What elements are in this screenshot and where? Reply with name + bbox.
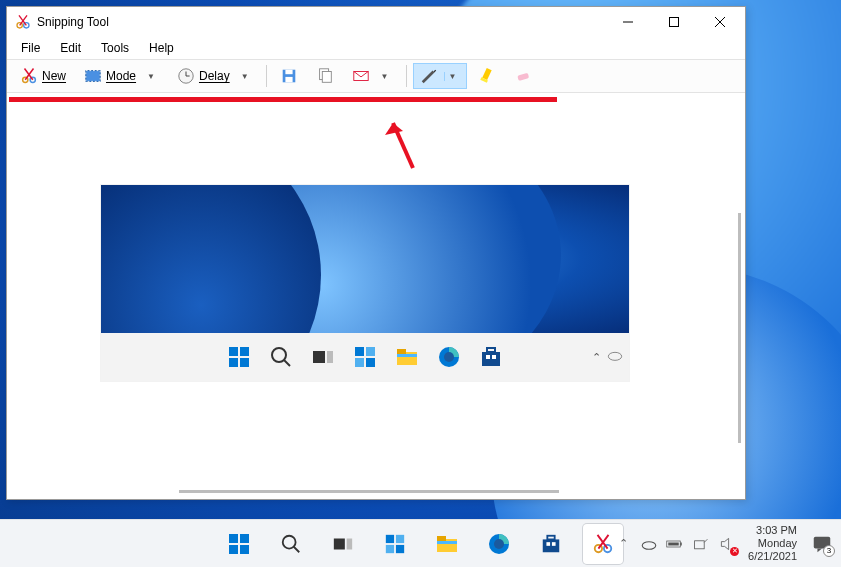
notifications-button[interactable]: 3: [811, 533, 833, 555]
eraser-icon: [514, 67, 532, 85]
battery-icon[interactable]: [666, 535, 684, 553]
menubar: File Edit Tools Help: [7, 37, 745, 59]
send-button[interactable]: ▼: [345, 63, 400, 89]
svg-rect-18: [285, 70, 292, 75]
svg-line-23: [422, 72, 433, 83]
menu-edit[interactable]: Edit: [52, 39, 89, 57]
svg-rect-33: [240, 358, 249, 367]
onedrive-icon: [607, 347, 623, 367]
svg-rect-54: [229, 545, 238, 554]
svg-rect-65: [437, 536, 446, 541]
store-button[interactable]: [531, 524, 571, 564]
svg-rect-55: [240, 545, 249, 554]
separator: [266, 65, 267, 87]
svg-rect-27: [518, 73, 530, 81]
edge-icon: [437, 345, 461, 369]
svg-rect-79: [680, 542, 682, 545]
delay-button[interactable]: Delay ▼: [170, 63, 260, 89]
pen-icon: [420, 67, 438, 85]
mail-icon: [352, 67, 370, 85]
widgets-button[interactable]: [375, 524, 415, 564]
svg-line-82: [704, 539, 707, 542]
highlighter-button[interactable]: [471, 63, 503, 89]
arrow-annotation: [383, 113, 423, 177]
new-button[interactable]: New: [13, 63, 73, 89]
save-button[interactable]: [273, 63, 305, 89]
save-icon: [280, 67, 298, 85]
svg-rect-38: [355, 347, 364, 356]
svg-rect-47: [482, 352, 500, 366]
close-button[interactable]: [697, 7, 743, 37]
svg-rect-19: [285, 77, 292, 82]
horizontal-scrollbar[interactable]: [179, 490, 559, 493]
eraser-button[interactable]: [507, 63, 539, 89]
svg-rect-70: [547, 535, 554, 539]
svg-rect-41: [366, 358, 375, 367]
svg-rect-32: [229, 358, 238, 367]
vertical-scrollbar[interactable]: [738, 213, 741, 443]
mode-button[interactable]: Mode ▼: [77, 63, 166, 89]
taskview-icon: [311, 345, 335, 369]
svg-rect-37: [327, 351, 333, 363]
svg-rect-25: [483, 68, 492, 80]
onedrive-icon[interactable]: [640, 535, 658, 553]
titlebar[interactable]: Snipping Tool: [7, 7, 745, 37]
clock-date: 6/21/2021: [748, 550, 797, 563]
chevron-down-icon[interactable]: ▼: [376, 72, 393, 81]
svg-marker-83: [721, 538, 728, 549]
toolbar: New Mode ▼ Delay ▼ ▼ ▼: [7, 59, 745, 93]
canvas-area[interactable]: ⌃: [7, 93, 745, 499]
volume-icon[interactable]: ✕: [718, 535, 736, 553]
svg-rect-5: [670, 18, 679, 27]
chevron-down-icon[interactable]: ▼: [142, 72, 159, 81]
start-button[interactable]: [219, 524, 259, 564]
menu-tools[interactable]: Tools: [93, 39, 137, 57]
maximize-button[interactable]: [651, 7, 697, 37]
svg-rect-43: [397, 349, 406, 354]
svg-rect-49: [486, 355, 490, 359]
delay-label: Delay: [199, 69, 230, 83]
explorer-button[interactable]: [427, 524, 467, 564]
svg-rect-40: [355, 358, 364, 367]
svg-rect-69: [542, 539, 559, 552]
svg-rect-44: [397, 354, 417, 357]
svg-point-56: [282, 535, 295, 548]
menu-help[interactable]: Help: [141, 39, 182, 57]
svg-rect-12: [86, 71, 100, 82]
svg-point-68: [494, 539, 504, 549]
svg-rect-31: [240, 347, 249, 356]
svg-line-35: [284, 360, 290, 366]
explorer-icon: [395, 345, 419, 369]
taskview-button[interactable]: [323, 524, 363, 564]
captured-systray: ⌃: [592, 347, 623, 367]
svg-rect-80: [668, 542, 679, 545]
svg-marker-29: [385, 123, 403, 135]
chevron-down-icon[interactable]: ▼: [236, 72, 253, 81]
clock[interactable]: 3:03 PM Monday 6/21/2021: [748, 524, 797, 563]
minimize-button[interactable]: [605, 7, 651, 37]
rectangle-select-icon: [84, 67, 102, 85]
network-icon[interactable]: [692, 535, 710, 553]
clock-time: 3:03 PM: [748, 524, 797, 537]
tray-overflow-button[interactable]: ⌃: [614, 535, 632, 553]
snipping-tool-window: Snipping Tool File Edit Tools Help New M…: [6, 6, 746, 500]
new-label: New: [42, 69, 66, 83]
chevron-down-icon[interactable]: ▼: [444, 72, 461, 81]
menu-file[interactable]: File: [13, 39, 48, 57]
svg-point-51: [608, 352, 621, 360]
svg-rect-52: [229, 534, 238, 543]
chevron-up-icon: ⌃: [592, 351, 601, 364]
widgets-icon: [353, 345, 377, 369]
pen-button[interactable]: ▼: [413, 63, 468, 89]
svg-rect-39: [366, 347, 375, 356]
svg-rect-72: [551, 542, 555, 546]
search-button[interactable]: [271, 524, 311, 564]
copy-button[interactable]: [309, 63, 341, 89]
svg-rect-60: [385, 534, 393, 542]
svg-line-57: [293, 546, 299, 552]
store-icon: [479, 345, 503, 369]
svg-rect-30: [229, 347, 238, 356]
search-icon: [269, 345, 293, 369]
edge-button[interactable]: [479, 524, 519, 564]
captured-taskbar: ⌃: [101, 333, 629, 381]
